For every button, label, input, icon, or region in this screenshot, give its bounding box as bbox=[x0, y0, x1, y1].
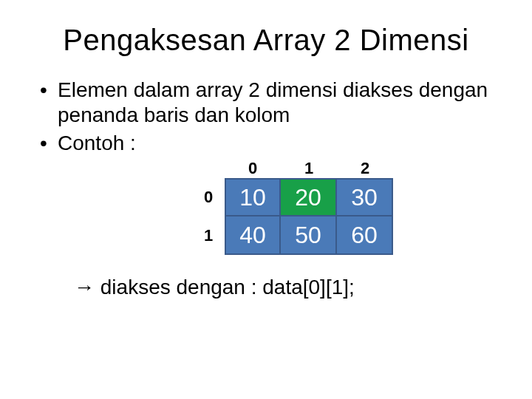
cell-0-1: 20 bbox=[281, 178, 337, 216]
bullet-item: Elemen dalam array 2 dimensi diakses den… bbox=[37, 78, 495, 128]
footer-line: → diakses dengan : data[0][1]; bbox=[37, 276, 495, 299]
col-header: 1 bbox=[281, 159, 337, 178]
slide: Pengaksesan Array 2 Dimensi Elemen dalam… bbox=[0, 0, 532, 399]
footer-text: diakses dengan : data[0][1]; bbox=[95, 276, 355, 299]
slide-title: Pengaksesan Array 2 Dimensi bbox=[37, 24, 495, 57]
cell-1-1: 50 bbox=[281, 216, 337, 255]
table-row: 1 40 50 60 bbox=[192, 216, 414, 255]
cell-0-0: 10 bbox=[225, 178, 281, 216]
row-header: 1 bbox=[192, 216, 225, 255]
col-header: 0 bbox=[225, 159, 281, 178]
cell-0-2: 30 bbox=[337, 178, 393, 216]
column-headers: 0 1 2 bbox=[225, 159, 414, 178]
arrow-icon: → bbox=[74, 276, 95, 299]
cell-1-0: 40 bbox=[225, 216, 281, 255]
row-header: 0 bbox=[192, 178, 225, 216]
col-header: 2 bbox=[337, 159, 393, 178]
table-row: 0 10 20 30 bbox=[192, 178, 414, 216]
cell-1-2: 60 bbox=[337, 216, 393, 255]
bullet-item: Contoh : bbox=[37, 131, 495, 156]
array-table: 0 1 2 0 10 20 30 1 40 50 60 bbox=[192, 159, 414, 255]
bullet-list: Elemen dalam array 2 dimensi diakses den… bbox=[37, 78, 495, 156]
